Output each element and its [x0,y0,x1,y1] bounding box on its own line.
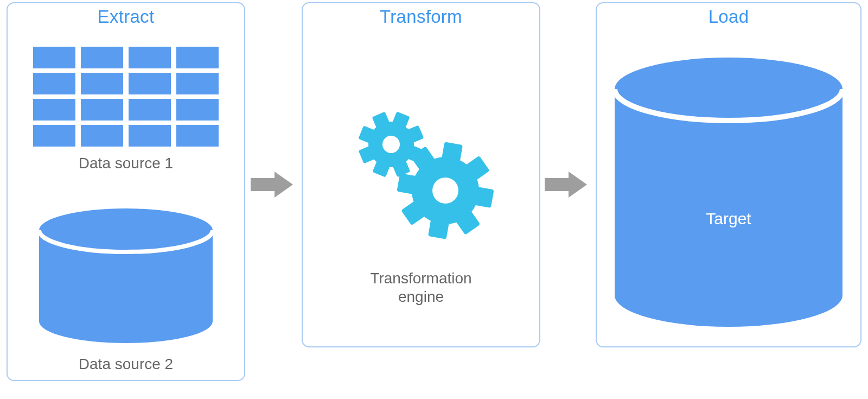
transform-title: Transform [303,7,539,27]
transform-stage: Transform [302,2,540,347]
transformation-engine-label: Transformation engine [303,269,539,306]
extract-title: Extract [8,7,244,27]
load-stage: Load Target [596,2,861,347]
data-source-2-label: Data source 2 [8,355,244,373]
svg-point-15 [432,178,458,204]
svg-marker-3 [251,172,293,198]
svg-point-19 [615,264,843,327]
data-grid-icon [33,47,219,147]
engine-label-line2: engine [398,288,444,305]
svg-point-9 [382,136,400,153]
svg-marker-16 [545,172,587,198]
target-label: Target [597,210,860,228]
data-source-1-label: Data source 1 [8,154,244,173]
database-icon [34,204,218,345]
svg-point-2 [39,300,213,343]
arrow-extract-to-transform [251,168,294,201]
arrow-transform-to-load [545,168,588,201]
etl-diagram: Extract Data source 1 Data source 2 Tran… [0,0,868,399]
target-database-icon [609,51,848,333]
gears-icon [340,85,502,248]
load-title: Load [597,7,860,27]
extract-stage: Extract Data source 1 Data source 2 [7,2,245,381]
engine-label-line1: Transformation [370,270,471,287]
